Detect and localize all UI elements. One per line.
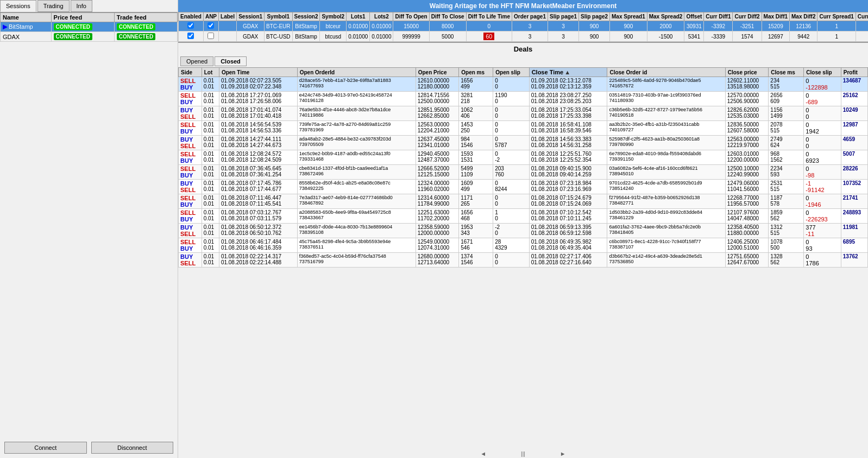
th-open-ms[interactable]: Open ms (459, 68, 493, 77)
th-profit[interactable]: Profit (841, 68, 867, 77)
th-close-slip[interactable]: Close slip (804, 68, 841, 77)
tab-closed[interactable]: Closed (215, 56, 247, 66)
deal-row-1[interactable]: SELL BUY 0.010.01 01.08.2018 17:27:01.06… (179, 92, 868, 106)
th-side[interactable]: Side (179, 68, 202, 77)
th-lot[interactable]: Lot (202, 68, 219, 77)
grid-anp-0[interactable] (203, 21, 218, 31)
grid-enabled-1[interactable] (179, 31, 204, 42)
deal-row-11[interactable]: SELL BUY 0.010.01 01.08.2018 06:46:17.48… (179, 238, 868, 253)
deal-open-slip-7: 08244 (493, 180, 529, 194)
deal-open-price-11: 12549.0000012074.31000 (416, 238, 459, 253)
deal-close-time-8: 01.08.2018 07:15:24.67901.08.2018 07:15:… (529, 194, 607, 209)
deal-lot-5: 0.010.01 (202, 150, 219, 165)
deals-tabs: Opened Closed (178, 55, 868, 67)
session-row-gdax[interactable]: GDAX CONNECTED CONNECTED (1, 32, 178, 42)
th-open-orderid[interactable]: Open OrderId (297, 68, 416, 77)
deal-open-ms-7: 1609499 (459, 180, 493, 194)
th-open-time[interactable]: Open Time (219, 68, 297, 77)
deal-side-8: SELL BUY (179, 194, 202, 209)
deal-side-5: SELL BUY (179, 150, 202, 165)
deal-open-ms-0: 1656499 (459, 77, 493, 92)
grid-lots1-0: 0.01000 (347, 21, 370, 31)
enabled-checkbox-0[interactable] (187, 22, 194, 29)
deal-open-ms-9: 1656468 (459, 209, 493, 224)
grid-session2-0: BitStamp (292, 21, 320, 31)
th-close-orderid[interactable]: Close Order id (607, 68, 725, 77)
th-lots2: Lots2 (370, 12, 393, 21)
grid-row-1[interactable]: GDAX BTC-USD BitStamp btcusd 0.01000 0.0… (179, 31, 869, 42)
deal-row-8[interactable]: SELL BUY 0.010.01 01.08.2018 07:11:46.44… (179, 194, 868, 209)
connect-button[interactable]: Connect (4, 442, 87, 454)
tab-trading[interactable]: Trading (37, 0, 70, 12)
tab-info[interactable]: Info (71, 0, 92, 12)
th-close-price[interactable]: Close price (725, 68, 769, 77)
grid-slip1-1: 3 (548, 31, 578, 42)
grid-table: Enabled ANP Label Session1 Symbol1 Sessi… (178, 12, 868, 42)
anp-checkbox-0[interactable] (207, 22, 214, 29)
deal-open-slip-0: 00 (493, 77, 529, 92)
deal-row-9[interactable]: SELL BUY 0.010.01 01.08.2018 07:03:12.76… (179, 209, 868, 224)
deal-open-orderid-1: e424c748-34d9-4013-97e0-52419c4587247401… (297, 92, 416, 106)
th-open-price[interactable]: Open Price (416, 68, 459, 77)
deal-row-3[interactable]: SELL BUY 0.010.01 01.08.2018 14:56:54.53… (179, 121, 868, 136)
deal-open-price-7: 12324.0000011960.02000 (416, 180, 459, 194)
deal-row-2[interactable]: BUY SELL 0.010.01 01.08.2018 17:01:41.07… (179, 106, 868, 121)
deal-row-6[interactable]: SELL BUY 0.010.01 01.08.2018 07:36:45.64… (179, 165, 868, 180)
session-price-gdax: CONNECTED (51, 32, 114, 42)
deal-close-time-0: 01.09.2018 02:13:12.07801.09.2018 02:13:… (529, 77, 607, 92)
deal-profit-8: 21741 (841, 194, 867, 209)
tab-sessions[interactable]: Sessions (0, 0, 36, 12)
deal-row-4[interactable]: BUY SELL 0.010.01 01.08.2018 14:27:44.11… (179, 136, 868, 150)
deal-row-10[interactable]: BUY SELL 0.010.01 01.08.2018 06:50:12.37… (179, 224, 868, 238)
th-close-ms[interactable]: Close ms (769, 68, 804, 77)
deal-close-slip-7: -1 -91142 (804, 180, 841, 194)
grid-lots2-1: 0.01000 (370, 31, 393, 42)
deal-profit-12: 13762 (841, 253, 867, 268)
th-offset: Offset (684, 12, 704, 21)
deal-open-slip-9: 10 (493, 209, 529, 224)
grid-enabled-0[interactable] (179, 21, 204, 31)
deal-open-orderid-10: ee1456b7-d0de-44ca-8030-7b13e88996047383… (297, 224, 416, 238)
th-curr-diff1: Curr Diff1 (704, 12, 733, 21)
deal-close-orderid-2: c36b5e6b-32d5-4227-8727-1979ee7a5b567401… (607, 106, 725, 121)
deal-row-5[interactable]: SELL BUY 0.010.01 01.08.2018 12:08:24.57… (179, 150, 868, 165)
deal-lot-2: 0.010.01 (202, 106, 219, 121)
deal-open-slip-3: 00 (493, 121, 529, 136)
grid-lots2-0: 0.01000 (370, 21, 393, 31)
grid-anp-1[interactable] (203, 31, 218, 42)
grid-row-0[interactable]: GDAX BTC-EUR BitStamp btceur 0.01000 0.0… (179, 21, 869, 31)
deal-row-7[interactable]: BUY SELL 0.010.01 01.08.2018 07:17:45.78… (179, 180, 868, 194)
grid-label-1 (219, 31, 237, 42)
deal-open-price-12: 12680.0000012713.64000 (416, 253, 459, 268)
grid-maxdiff2-1: 9442 (790, 31, 817, 42)
session-row-bitstamp[interactable]: ▶ BitStamp CONNECTED CONNECTED (1, 22, 178, 32)
deal-row-0[interactable]: SELL BUY 0.010.01 01.09.2018 02:07:23.50… (179, 77, 868, 92)
deal-close-orderid-6: 03a6082a-5ef6-4c4e-af16-160ccd6f86217389… (607, 165, 725, 180)
th-close-time[interactable]: Close Time ▲ (529, 68, 607, 77)
deal-open-ms-10: 1953343 (459, 224, 493, 238)
deal-close-slip-2: 0 0 (804, 106, 841, 121)
grid-diff-close-1: 5000 (429, 31, 466, 42)
scroll-left: ◄ (480, 450, 486, 457)
left-bottom-buttons: Connect Disconnect (0, 437, 178, 458)
deal-close-time-5: 01.08.2018 12:25:51.76001.08.2018 12:25:… (529, 150, 607, 165)
deal-row-12[interactable]: BUY SELL 0.010.01 01.08.2018 02:22:14.31… (179, 253, 868, 268)
deal-close-orderid-8: f2795644-91f2-487e-b359-b0652926d1387384… (607, 194, 725, 209)
deal-open-orderid-7: 8558b62e-d50f-4dc1-ab25-e8a08c08e87c7384… (297, 180, 416, 194)
deal-open-time-1: 01.08.2018 17:27:01.06901.08.2018 17:26:… (219, 92, 297, 106)
deal-close-price-3: 12836.5000012607.58000 (725, 121, 769, 136)
deal-open-price-0: 12610.0000012180.00000 (416, 77, 459, 92)
deals-table-container[interactable]: Side Lot Open Time Open OrderId Open Pri… (178, 67, 868, 449)
grid-symbol1-1: BTC-USD (265, 31, 292, 42)
disconnect-button[interactable]: Disconnect (91, 442, 174, 454)
tab-opened[interactable]: Opened (180, 56, 213, 66)
enabled-checkbox-1[interactable] (187, 33, 194, 39)
anp-checkbox-1[interactable] (207, 33, 214, 39)
grid-symbol2-1: btcusd (320, 31, 347, 42)
deal-open-orderid-3: 739fe75a-ac72-4a78-a270-84d69a81c2597397… (297, 121, 416, 136)
th-open-slip[interactable]: Open slip (493, 68, 529, 77)
deal-open-orderid-0: d28ace55-7ebb-41a7-b23e-69f8a7a818837416… (297, 77, 416, 92)
grid-lots1-1: 0.01000 (347, 31, 370, 42)
grid-currspread1-1: 1 (817, 31, 856, 42)
deal-lot-12: 0.010.01 (202, 253, 219, 268)
